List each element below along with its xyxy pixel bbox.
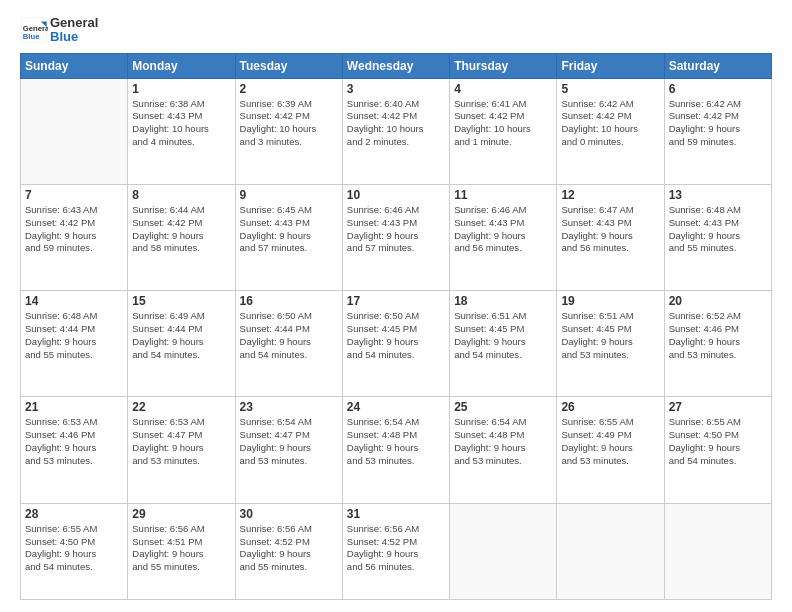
logo: General Blue General Blue [20,16,98,45]
day-cell: 18Sunrise: 6:51 AMSunset: 4:45 PMDayligh… [450,291,557,397]
day-cell: 31Sunrise: 6:56 AMSunset: 4:52 PMDayligh… [342,503,449,599]
day-info: Sunrise: 6:48 AMSunset: 4:44 PMDaylight:… [25,310,123,361]
day-number: 30 [240,507,338,521]
day-cell: 20Sunrise: 6:52 AMSunset: 4:46 PMDayligh… [664,291,771,397]
day-number: 11 [454,188,552,202]
day-cell: 7Sunrise: 6:43 AMSunset: 4:42 PMDaylight… [21,184,128,290]
weekday-header-saturday: Saturday [664,53,771,78]
day-cell [664,503,771,599]
day-number: 1 [132,82,230,96]
day-number: 21 [25,400,123,414]
day-number: 5 [561,82,659,96]
weekday-header-sunday: Sunday [21,53,128,78]
day-cell: 30Sunrise: 6:56 AMSunset: 4:52 PMDayligh… [235,503,342,599]
day-number: 25 [454,400,552,414]
day-info: Sunrise: 6:39 AMSunset: 4:42 PMDaylight:… [240,98,338,149]
day-cell: 19Sunrise: 6:51 AMSunset: 4:45 PMDayligh… [557,291,664,397]
day-info: Sunrise: 6:55 AMSunset: 4:50 PMDaylight:… [25,523,123,574]
day-cell: 28Sunrise: 6:55 AMSunset: 4:50 PMDayligh… [21,503,128,599]
day-cell: 6Sunrise: 6:42 AMSunset: 4:42 PMDaylight… [664,78,771,184]
week-row-4: 21Sunrise: 6:53 AMSunset: 4:46 PMDayligh… [21,397,772,503]
day-number: 18 [454,294,552,308]
day-info: Sunrise: 6:40 AMSunset: 4:42 PMDaylight:… [347,98,445,149]
day-number: 13 [669,188,767,202]
day-info: Sunrise: 6:54 AMSunset: 4:48 PMDaylight:… [454,416,552,467]
day-cell: 5Sunrise: 6:42 AMSunset: 4:42 PMDaylight… [557,78,664,184]
day-number: 26 [561,400,659,414]
day-cell: 26Sunrise: 6:55 AMSunset: 4:49 PMDayligh… [557,397,664,503]
day-cell: 3Sunrise: 6:40 AMSunset: 4:42 PMDaylight… [342,78,449,184]
day-info: Sunrise: 6:53 AMSunset: 4:47 PMDaylight:… [132,416,230,467]
day-number: 12 [561,188,659,202]
day-number: 31 [347,507,445,521]
day-cell: 29Sunrise: 6:56 AMSunset: 4:51 PMDayligh… [128,503,235,599]
day-info: Sunrise: 6:52 AMSunset: 4:46 PMDaylight:… [669,310,767,361]
day-info: Sunrise: 6:55 AMSunset: 4:49 PMDaylight:… [561,416,659,467]
day-number: 2 [240,82,338,96]
day-info: Sunrise: 6:43 AMSunset: 4:42 PMDaylight:… [25,204,123,255]
calendar-table: SundayMondayTuesdayWednesdayThursdayFrid… [20,53,772,600]
day-cell: 25Sunrise: 6:54 AMSunset: 4:48 PMDayligh… [450,397,557,503]
day-info: Sunrise: 6:48 AMSunset: 4:43 PMDaylight:… [669,204,767,255]
day-cell: 8Sunrise: 6:44 AMSunset: 4:42 PMDaylight… [128,184,235,290]
day-info: Sunrise: 6:55 AMSunset: 4:50 PMDaylight:… [669,416,767,467]
day-info: Sunrise: 6:54 AMSunset: 4:47 PMDaylight:… [240,416,338,467]
day-info: Sunrise: 6:56 AMSunset: 4:52 PMDaylight:… [347,523,445,574]
day-number: 4 [454,82,552,96]
weekday-header-monday: Monday [128,53,235,78]
day-cell: 27Sunrise: 6:55 AMSunset: 4:50 PMDayligh… [664,397,771,503]
day-info: Sunrise: 6:53 AMSunset: 4:46 PMDaylight:… [25,416,123,467]
day-info: Sunrise: 6:50 AMSunset: 4:45 PMDaylight:… [347,310,445,361]
day-info: Sunrise: 6:42 AMSunset: 4:42 PMDaylight:… [561,98,659,149]
header: General Blue General Blue [20,16,772,45]
day-number: 16 [240,294,338,308]
day-cell: 15Sunrise: 6:49 AMSunset: 4:44 PMDayligh… [128,291,235,397]
day-number: 9 [240,188,338,202]
day-info: Sunrise: 6:41 AMSunset: 4:42 PMDaylight:… [454,98,552,149]
day-number: 27 [669,400,767,414]
day-cell: 12Sunrise: 6:47 AMSunset: 4:43 PMDayligh… [557,184,664,290]
weekday-header-wednesday: Wednesday [342,53,449,78]
day-info: Sunrise: 6:46 AMSunset: 4:43 PMDaylight:… [454,204,552,255]
svg-text:Blue: Blue [23,32,40,41]
day-number: 15 [132,294,230,308]
day-cell: 11Sunrise: 6:46 AMSunset: 4:43 PMDayligh… [450,184,557,290]
weekday-header-friday: Friday [557,53,664,78]
day-cell: 22Sunrise: 6:53 AMSunset: 4:47 PMDayligh… [128,397,235,503]
day-cell: 21Sunrise: 6:53 AMSunset: 4:46 PMDayligh… [21,397,128,503]
day-info: Sunrise: 6:42 AMSunset: 4:42 PMDaylight:… [669,98,767,149]
day-info: Sunrise: 6:56 AMSunset: 4:51 PMDaylight:… [132,523,230,574]
weekday-header-tuesday: Tuesday [235,53,342,78]
day-info: Sunrise: 6:56 AMSunset: 4:52 PMDaylight:… [240,523,338,574]
day-info: Sunrise: 6:51 AMSunset: 4:45 PMDaylight:… [454,310,552,361]
day-cell: 16Sunrise: 6:50 AMSunset: 4:44 PMDayligh… [235,291,342,397]
day-cell: 2Sunrise: 6:39 AMSunset: 4:42 PMDaylight… [235,78,342,184]
week-row-1: 1Sunrise: 6:38 AMSunset: 4:43 PMDaylight… [21,78,772,184]
day-cell [450,503,557,599]
day-info: Sunrise: 6:38 AMSunset: 4:43 PMDaylight:… [132,98,230,149]
day-cell [557,503,664,599]
day-cell: 13Sunrise: 6:48 AMSunset: 4:43 PMDayligh… [664,184,771,290]
day-number: 3 [347,82,445,96]
day-cell: 10Sunrise: 6:46 AMSunset: 4:43 PMDayligh… [342,184,449,290]
day-number: 7 [25,188,123,202]
day-cell: 24Sunrise: 6:54 AMSunset: 4:48 PMDayligh… [342,397,449,503]
day-number: 10 [347,188,445,202]
day-number: 29 [132,507,230,521]
day-number: 14 [25,294,123,308]
day-cell: 23Sunrise: 6:54 AMSunset: 4:47 PMDayligh… [235,397,342,503]
day-info: Sunrise: 6:54 AMSunset: 4:48 PMDaylight:… [347,416,445,467]
day-number: 20 [669,294,767,308]
day-number: 19 [561,294,659,308]
day-number: 17 [347,294,445,308]
day-info: Sunrise: 6:46 AMSunset: 4:43 PMDaylight:… [347,204,445,255]
week-row-5: 28Sunrise: 6:55 AMSunset: 4:50 PMDayligh… [21,503,772,599]
day-info: Sunrise: 6:50 AMSunset: 4:44 PMDaylight:… [240,310,338,361]
day-number: 23 [240,400,338,414]
day-cell: 9Sunrise: 6:45 AMSunset: 4:43 PMDaylight… [235,184,342,290]
weekday-header-row: SundayMondayTuesdayWednesdayThursdayFrid… [21,53,772,78]
day-number: 22 [132,400,230,414]
week-row-3: 14Sunrise: 6:48 AMSunset: 4:44 PMDayligh… [21,291,772,397]
weekday-header-thursday: Thursday [450,53,557,78]
day-info: Sunrise: 6:49 AMSunset: 4:44 PMDaylight:… [132,310,230,361]
